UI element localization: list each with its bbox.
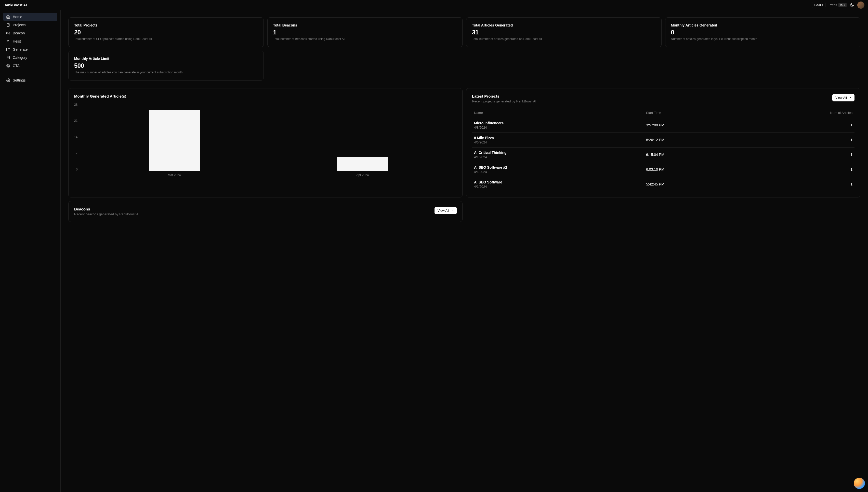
stat-card-3: Monthly Articles Generated0Number of art… [665, 17, 861, 47]
stat-desc: Total number of articles generated on Ra… [472, 37, 656, 41]
stat-card-0: Total Projects20Total number of SEO proj… [68, 17, 264, 47]
svg-point-8 [8, 66, 8, 66]
view-all-label: View All [835, 96, 847, 100]
sidebar-item-label: Home [13, 15, 22, 19]
row-name: Ai Critical Thinking [474, 151, 646, 155]
row-num: 1 [767, 138, 853, 142]
stat-card-2: Total Articles Generated31Total number o… [466, 17, 662, 47]
row-num: 1 [767, 182, 853, 186]
sidebar-item-heist[interactable]: Heist [3, 37, 57, 45]
stat-value: 1 [273, 29, 457, 36]
table-row[interactable]: Ai Critical Thinking4/1/20246:15:04 PM1 [472, 147, 854, 162]
row-date: 4/6/2024 [474, 140, 646, 144]
sidebar-item-label: Projects [13, 23, 26, 27]
y-tick: 21 [74, 119, 77, 123]
stat-desc: The max number of articles you can gener… [74, 70, 258, 75]
sidebar-item-label: Heist [13, 39, 21, 43]
row-time: 3:57:08 PM [646, 123, 767, 127]
sidebar-item-home[interactable]: Home [3, 13, 57, 21]
chart-panel: Monthly Generated Article(s) 28211470 Ma… [68, 88, 463, 197]
settings-icon [6, 78, 10, 82]
folder-icon [6, 47, 10, 51]
stat-desc: Total number of SEO projects started usi… [74, 37, 258, 41]
press-label: Press [828, 3, 837, 7]
table-row[interactable]: 8 Mile Pizza4/6/20248:26:12 PM1 [472, 132, 854, 147]
projects-subtitle: Recent projects generated by RankBoost A… [472, 99, 536, 103]
table-row[interactable]: AI SEO Software4/1/20245:42:45 PM1 [472, 177, 854, 192]
stat-title: Monthly Article Limit [74, 56, 258, 60]
view-all-projects-button[interactable]: View All [832, 94, 854, 101]
sidebar: HomeProjectsBeaconHeistGenerateCategoryC… [0, 0, 61, 492]
command-hint[interactable]: Press ⌘ J [828, 3, 847, 7]
sidebar-item-settings[interactable]: Settings [3, 76, 57, 84]
chart-title: Monthly Generated Article(s) [74, 94, 457, 98]
stat-card-1: Total Beacons1Total number of Beacons st… [267, 17, 463, 47]
sidebar-item-projects[interactable]: Projects [3, 21, 57, 29]
view-all-label: View All [438, 209, 449, 213]
row-date: 4/1/2024 [474, 155, 646, 159]
row-name: 8 Mile Pizza [474, 136, 646, 140]
stat-value: 20 [74, 29, 258, 36]
row-name: Micro Influencers [474, 121, 646, 125]
projects-panel: Latest Projects Recent projects generate… [466, 88, 860, 197]
row-date: 4/8/2024 [474, 126, 646, 129]
beacons-panel: Beacons Recent beacons generated by Rank… [68, 201, 463, 222]
stat-title: Total Beacons [273, 23, 457, 27]
stat-value: 31 [472, 29, 656, 36]
view-all-beacons-button[interactable]: View All [435, 207, 457, 214]
arrow-up-right-icon [848, 96, 851, 99]
bar[interactable] [337, 157, 388, 171]
row-num: 1 [767, 167, 853, 171]
row-name: AI SEO Software #2 [474, 165, 646, 169]
svg-rect-4 [7, 56, 10, 59]
home-icon [6, 15, 10, 19]
projects-title: Latest Projects [472, 94, 536, 98]
target-icon [6, 64, 10, 68]
stat-title: Monthly Articles Generated [671, 23, 855, 27]
row-time: 5:42:45 PM [646, 182, 767, 186]
sidebar-item-label: Category [13, 55, 27, 59]
arrow-up-right-icon [6, 39, 10, 43]
layers-icon [6, 55, 10, 59]
y-tick: 7 [76, 151, 78, 155]
stat-value: 500 [74, 62, 258, 69]
theme-toggle-icon[interactable] [850, 3, 854, 7]
table-header: Name Start Time Num of Articles [472, 108, 854, 118]
bar-col: Mar 2024 [85, 103, 263, 177]
stat-desc: Total number of Beacons started using Ra… [273, 37, 457, 41]
sidebar-item-category[interactable]: Category [3, 53, 57, 62]
row-time: 6:03:10 PM [646, 167, 767, 171]
sidebar-item-generate[interactable]: Generate [3, 45, 57, 53]
table-row[interactable]: Micro Influencers4/8/20243:57:08 PM1 [472, 118, 854, 132]
sidebar-item-cta[interactable]: CTA [3, 62, 57, 70]
avatar[interactable] [857, 2, 864, 9]
sidebar-item-label: Generate [13, 47, 27, 51]
bar-chart: 28211470 Mar 2024Apr 2024 [74, 103, 457, 177]
row-date: 4/1/2024 [474, 170, 646, 174]
bar[interactable] [149, 110, 200, 171]
y-tick: 14 [74, 135, 77, 139]
row-num: 1 [767, 123, 853, 127]
sidebar-item-label: Beacon [13, 31, 25, 35]
col-start: Start Time [646, 111, 767, 115]
sidebar-item-label: Settings [13, 78, 26, 82]
bar-label: Apr 2024 [356, 173, 369, 177]
usage-badge[interactable]: 0/500 [812, 2, 826, 8]
radar-icon [6, 31, 10, 35]
col-num: Num of Articles [767, 111, 853, 115]
col-name: Name [474, 111, 646, 115]
stat-title: Total Projects [74, 23, 258, 27]
y-tick: 0 [76, 168, 78, 171]
chat-widget-avatar[interactable] [854, 478, 865, 489]
sidebar-item-beacon[interactable]: Beacon [3, 29, 57, 37]
bar-label: Mar 2024 [168, 173, 181, 177]
row-time: 6:15:04 PM [646, 153, 767, 157]
row-date: 4/1/2024 [474, 185, 646, 189]
document-icon [6, 23, 10, 27]
stat-value: 0 [671, 29, 855, 36]
bar-col: Apr 2024 [273, 103, 452, 177]
table-row[interactable]: AI SEO Software #24/1/20246:03:10 PM1 [472, 162, 854, 177]
row-time: 8:26:12 PM [646, 138, 767, 142]
command-key: ⌘ J [839, 3, 847, 7]
brand: RankBoost AI [4, 3, 27, 7]
